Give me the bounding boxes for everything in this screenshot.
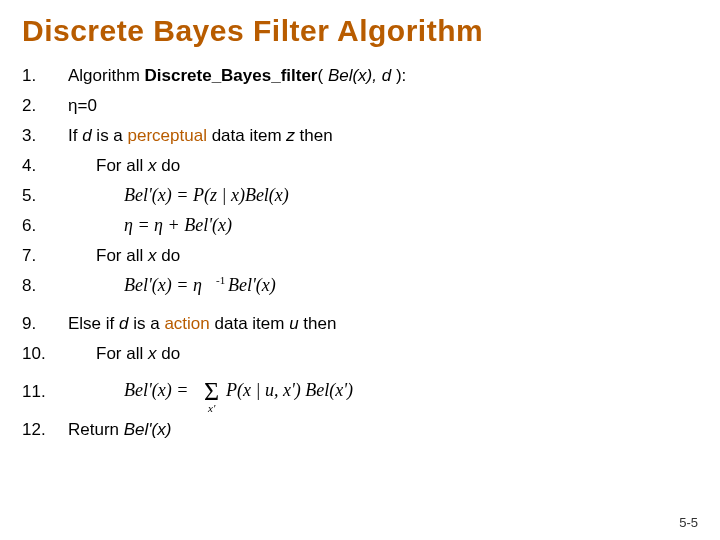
line-6: 6. η = η + Bel'(x) [22,212,698,240]
equation-6: η = η + Bel'(x) [124,215,284,237]
do-word: do [156,344,180,363]
line-number: 8. [22,277,68,295]
line-number: 9. [22,315,68,333]
line-number: 12. [22,421,68,439]
text: data item [207,126,286,145]
line-number: 2. [22,97,68,115]
line-10: 10. For all x do [22,340,698,368]
eta-init: η=0 [68,96,97,115]
slide-number: 5-5 [679,515,698,530]
text: is a [92,126,128,145]
var-d: d [82,126,91,145]
algo-name: Discrete_Bayes_filter [145,66,318,85]
line-number: 3. [22,127,68,145]
for-all: For all [96,156,148,175]
line-number: 1. [22,67,68,85]
svg-text:Bel'(x) = η: Bel'(x) = η [124,275,202,296]
line-5: 5. Bel'(x) = P(z | x)Bel(x) [22,182,698,210]
text: is a [129,314,165,333]
algo-keyword: Algorithm [68,66,145,85]
line-7: 7. For all x do [22,242,698,270]
svg-text:x': x' [207,402,216,414]
return-word: Return [68,420,124,439]
line-8: 8. Bel'(x) = η -1 Bel'(x) [22,272,698,300]
for-all: For all [96,246,148,265]
equation-5: Bel'(x) = P(z | x)Bel(x) [124,185,334,207]
else-if: Else if [68,314,119,333]
svg-text:P(x | u, x') Bel(x'): P(x | u, x') Bel(x') [225,380,353,401]
line-number: 5. [22,187,68,205]
line-12: 12. Return Bel'(x) [22,416,698,444]
algo-args: Bel(x), d [328,66,391,85]
svg-text:Bel'(x): Bel'(x) [228,275,276,296]
line-number: 4. [22,157,68,175]
text: data item [210,314,289,333]
svg-text:Bel'(x) =: Bel'(x) = [124,380,188,401]
var-d: d [119,314,128,333]
for-all: For all [96,344,148,363]
line-3: 3. If d is a perceptual data item z then [22,122,698,150]
return-val: Bel'(x) [124,420,172,439]
line-1: 1. Algorithm Discrete_Bayes_filter( Bel(… [22,62,698,90]
slide-title: Discrete Bayes Filter Algorithm [22,14,698,48]
algorithm-body: 1. Algorithm Discrete_Bayes_filter( Bel(… [22,62,698,444]
line-number: 6. [22,217,68,235]
line-11: 11. Bel'(x) = Σ x' P(x | u, x') Bel(x') [22,370,698,414]
do-word: do [156,246,180,265]
paren-open: ( [317,66,327,85]
svg-text:-1: -1 [216,274,225,286]
then-word: then [299,314,337,333]
action-word: action [164,314,209,333]
line-number: 11. [22,383,68,401]
svg-text:Bel'(x) = P(z | x)Bel(x): Bel'(x) = P(z | x)Bel(x) [124,185,289,206]
equation-8: Bel'(x) = η -1 Bel'(x) [124,274,314,298]
equation-11: Bel'(x) = Σ x' P(x | u, x') Bel(x') [124,370,404,414]
line-9: 9. Else if d is a action data item u the… [22,310,698,338]
line-2: 2. η=0 [22,92,698,120]
paren-close: ): [391,66,406,85]
perceptual-word: perceptual [128,126,207,145]
do-word: do [156,156,180,175]
line-number: 10. [22,345,68,363]
then-word: then [295,126,333,145]
var-z: z [286,126,295,145]
line-4: 4. For all x do [22,152,698,180]
line-number: 7. [22,247,68,265]
var-u: u [289,314,298,333]
svg-text:η = η + Bel'(x): η = η + Bel'(x) [124,215,232,236]
if-word: If [68,126,82,145]
